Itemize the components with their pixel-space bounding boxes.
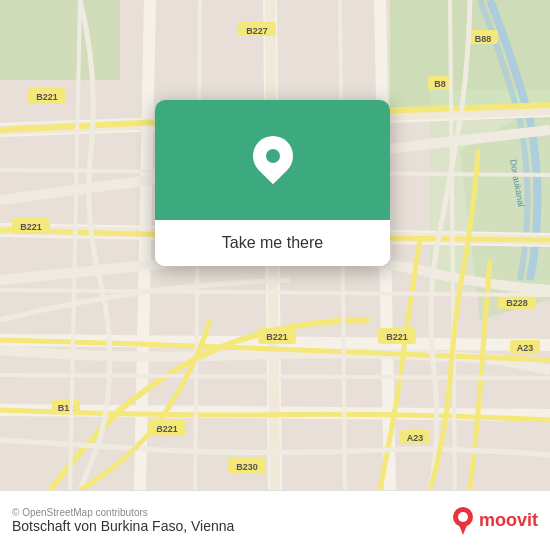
svg-text:B227: B227 [246, 26, 268, 36]
bottom-info: © OpenStreetMap contributors Botschaft v… [12, 507, 234, 534]
moovit-text: moovit [479, 510, 538, 531]
map-container: B221 B88 B227 B8 B221 B221 B221 B12 B221… [0, 0, 550, 490]
popup-header [155, 100, 390, 220]
svg-text:B230: B230 [236, 462, 258, 472]
svg-point-50 [458, 512, 468, 522]
svg-text:B221: B221 [156, 424, 178, 434]
location-pin [249, 136, 297, 184]
copyright-text: © OpenStreetMap contributors [12, 507, 234, 518]
svg-text:B221: B221 [20, 222, 42, 232]
svg-text:B88: B88 [475, 34, 492, 44]
moovit-pin-icon [451, 505, 475, 537]
location-title: Botschaft von Burkina Faso, Vienna [12, 518, 234, 534]
svg-text:B221: B221 [386, 332, 408, 342]
svg-rect-1 [0, 0, 120, 80]
svg-text:B8: B8 [434, 79, 446, 89]
svg-text:B221: B221 [36, 92, 58, 102]
svg-text:A23: A23 [407, 433, 424, 443]
location-popup: Take me there [155, 100, 390, 266]
take-me-there-button[interactable]: Take me there [155, 220, 390, 266]
svg-text:A23: A23 [517, 343, 534, 353]
svg-text:B221: B221 [266, 332, 288, 342]
moovit-logo: moovit [451, 505, 538, 537]
svg-marker-51 [459, 525, 467, 535]
svg-text:B228: B228 [506, 298, 528, 308]
bottom-bar: © OpenStreetMap contributors Botschaft v… [0, 490, 550, 550]
